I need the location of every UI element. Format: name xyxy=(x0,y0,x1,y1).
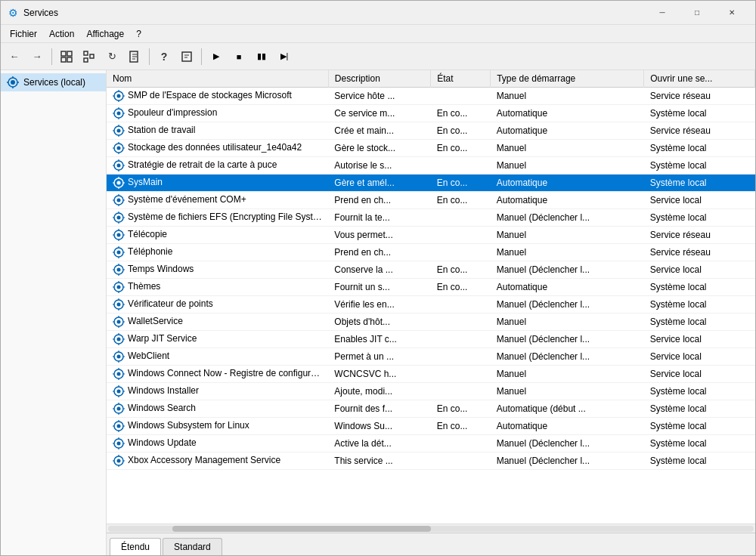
properties-button[interactable] xyxy=(176,46,197,67)
table-row[interactable]: Vérificateur de points Vérifie les en...… xyxy=(107,296,755,314)
cell-description: Gère et amél... xyxy=(328,175,430,192)
horizontal-scrollbar[interactable] xyxy=(107,524,755,533)
col-description[interactable]: Description xyxy=(328,70,430,88)
cell-logon: Système local xyxy=(644,453,755,470)
cell-logon: Système local xyxy=(644,279,755,296)
table-row[interactable]: WalletService Objets d'hôt... Manuel Sys… xyxy=(107,314,755,331)
menu-help[interactable]: ? xyxy=(130,27,147,41)
col-etat[interactable]: État xyxy=(431,70,491,88)
cell-etat xyxy=(431,157,491,175)
cell-nom: Windows Update xyxy=(107,435,328,453)
table-row[interactable]: Système de fichiers EFS (Encrypting File… xyxy=(107,209,755,227)
table-row[interactable]: Stockage des données utilisateur_1e40a42… xyxy=(107,140,755,157)
cell-etat: En co... xyxy=(431,105,491,122)
table-row[interactable]: Windows Subsystem for Linux Windows Su..… xyxy=(107,418,755,435)
resume-button[interactable]: ▶| xyxy=(274,46,295,67)
svg-rect-3 xyxy=(67,57,72,62)
cell-logon: Système local xyxy=(644,400,755,418)
cell-startup: Automatique (début ... xyxy=(491,400,644,418)
table-row[interactable]: SysMain Gère et amél... En co... Automat… xyxy=(107,175,755,192)
help-button[interactable]: ? xyxy=(153,46,175,67)
col-ouvrir[interactable]: Ouvrir une se... xyxy=(644,70,755,88)
forward-button[interactable]: → xyxy=(26,46,48,67)
svg-rect-2 xyxy=(61,57,66,62)
svg-point-33 xyxy=(117,129,121,133)
menu-fichier[interactable]: Fichier xyxy=(4,27,43,41)
cell-logon: Service local xyxy=(644,261,755,279)
tab-standard[interactable]: Standard xyxy=(163,538,222,555)
table-row[interactable]: Temps Windows Conserve la ... En co... M… xyxy=(107,261,755,279)
cell-description: Vous permet... xyxy=(328,227,430,244)
col-type-demarrage[interactable]: Type de démarrage xyxy=(491,70,644,88)
cell-startup: Automatique xyxy=(491,122,644,140)
maximize-button[interactable]: □ xyxy=(680,1,714,25)
sidebar-item-services-local[interactable]: Services (local) xyxy=(1,73,106,91)
cell-description: Conserve la ... xyxy=(328,261,430,279)
tab-etendu[interactable]: Étendu xyxy=(110,538,161,555)
table-row[interactable]: Stratégie de retrait de la carte à puce … xyxy=(107,157,755,175)
table-row[interactable]: SMP de l'Espace de stockages Microsoft S… xyxy=(107,88,755,105)
show-hide-button[interactable] xyxy=(56,46,77,67)
cell-description: Service hôte ... xyxy=(328,88,430,105)
window: ⚙ Services ─ □ ✕ Fichier Action Affichag… xyxy=(0,0,756,556)
cell-etat xyxy=(431,88,491,105)
table-row[interactable]: Windows Search Fournit des f... En co...… xyxy=(107,400,755,418)
scroll-thumb[interactable] xyxy=(172,526,431,532)
cell-description: Fournit des f... xyxy=(328,400,430,418)
table-row[interactable]: Xbox Accessory Management Service This s… xyxy=(107,453,755,470)
table-row[interactable]: Station de travail Crée et main... En co… xyxy=(107,122,755,140)
refresh-button[interactable]: ↻ xyxy=(101,46,122,67)
cell-description: Gère le stock... xyxy=(328,140,430,157)
cell-etat xyxy=(431,244,491,261)
cell-logon: Système local xyxy=(644,296,755,314)
svg-rect-0 xyxy=(61,51,66,56)
cell-nom: Windows Connect Now - Registre de config… xyxy=(107,366,328,383)
cell-startup: Manuel xyxy=(491,314,644,331)
table-row[interactable]: Windows Installer Ajoute, modi... Manuel… xyxy=(107,383,755,400)
table-header-row: Nom Description État Type de démarrage O… xyxy=(107,70,755,88)
minimize-button[interactable]: ─ xyxy=(645,1,680,25)
svg-point-57 xyxy=(117,199,121,202)
cell-description: Fournit la te... xyxy=(328,209,430,227)
cell-startup: Manuel (Déclencher l... xyxy=(491,209,644,227)
cell-nom: Windows Installer xyxy=(107,383,328,400)
svg-rect-4 xyxy=(84,51,88,55)
services-table-container[interactable]: Nom Description État Type de démarrage O… xyxy=(107,70,755,524)
table-row[interactable]: Système d'événement COM+ Prend en ch... … xyxy=(107,192,755,209)
menu-affichage[interactable]: Affichage xyxy=(80,27,130,41)
cell-startup: Automatique xyxy=(491,192,644,209)
back-button[interactable]: ← xyxy=(4,46,25,67)
close-button[interactable]: ✕ xyxy=(714,1,749,25)
col-nom[interactable]: Nom xyxy=(107,70,328,88)
cell-nom: Stratégie de retrait de la carte à puce xyxy=(107,157,328,175)
cell-nom: WalletService xyxy=(107,314,328,331)
cell-etat: En co... xyxy=(431,400,491,418)
separator-2 xyxy=(149,48,150,65)
pause-button[interactable]: ▮▮ xyxy=(251,46,272,67)
table-row[interactable]: Téléphonie Prend en ch... Manuel Service… xyxy=(107,244,755,261)
table-row[interactable]: Thèmes Fournit un s... En co... Automati… xyxy=(107,279,755,296)
export-button[interactable] xyxy=(124,46,145,67)
table-row[interactable]: Télécopie Vous permet... Manuel Service … xyxy=(107,227,755,244)
svg-rect-1 xyxy=(67,51,72,56)
cell-startup: Automatique xyxy=(491,105,644,122)
stop-button[interactable]: ■ xyxy=(228,46,249,67)
svg-point-135 xyxy=(117,425,121,428)
cell-startup: Manuel xyxy=(491,227,644,244)
cell-etat: En co... xyxy=(431,175,491,192)
cell-logon: Service local xyxy=(644,192,755,209)
cell-logon: Service local xyxy=(644,348,755,366)
cell-logon: Système local xyxy=(644,157,755,175)
menu-action[interactable]: Action xyxy=(43,27,80,41)
play-button[interactable]: ▶ xyxy=(206,46,227,67)
table-row[interactable]: Windows Update Active la dét... Manuel (… xyxy=(107,435,755,453)
tree-view-button[interactable] xyxy=(79,46,100,67)
cell-description: Active la dét... xyxy=(328,435,430,453)
cell-logon: Système local xyxy=(644,209,755,227)
cell-description: Autorise le s... xyxy=(328,157,430,175)
table-row[interactable]: Warp JIT Service Enables JIT c... Manuel… xyxy=(107,331,755,348)
table-row[interactable]: WebClient Permet à un ... Manuel (Déclen… xyxy=(107,348,755,366)
table-row[interactable]: Spouleur d'impression Ce service m... En… xyxy=(107,105,755,122)
cell-logon: Système local xyxy=(644,435,755,453)
table-row[interactable]: Windows Connect Now - Registre de config… xyxy=(107,366,755,383)
